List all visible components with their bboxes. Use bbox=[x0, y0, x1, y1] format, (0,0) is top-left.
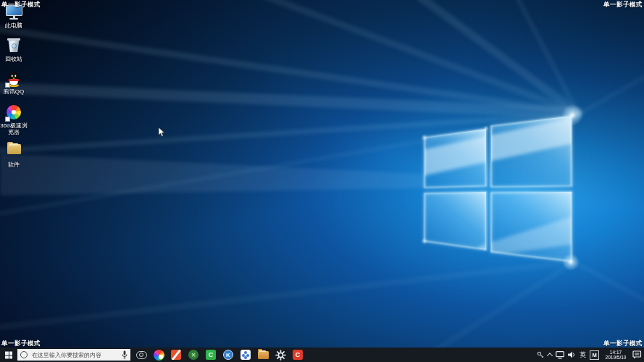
ime-label: 英 bbox=[580, 350, 586, 360]
taskbar-app-icons: ✕ C K C bbox=[135, 348, 304, 362]
settings-gear-icon bbox=[275, 350, 286, 361]
chevron-up-icon bbox=[547, 353, 553, 358]
microphone-icon[interactable] bbox=[122, 350, 127, 359]
action-center-button[interactable] bbox=[632, 348, 642, 362]
taskbar-app-green-c[interactable]: C bbox=[205, 348, 217, 362]
taskbar-app-clover[interactable] bbox=[240, 348, 251, 362]
green-c-app-icon: C bbox=[206, 350, 216, 360]
start-button[interactable] bbox=[0, 348, 17, 362]
shortcut-arrow-icon bbox=[5, 117, 10, 122]
recycle-bin-icon bbox=[5, 38, 22, 55]
ime-language-indicator[interactable]: 英 bbox=[580, 348, 586, 362]
desktop-icon-tencent-qq[interactable]: 腾讯QQ bbox=[0, 71, 30, 95]
mouse-cursor bbox=[158, 127, 165, 138]
taskbar-app-red-c[interactable]: C bbox=[292, 348, 304, 362]
desktop-icon-label: 软件 bbox=[0, 161, 30, 168]
folder-icon bbox=[5, 144, 22, 161]
speaker-icon bbox=[568, 351, 576, 358]
desktop-icon-360-browser[interactable]: 360极速浏览器 bbox=[0, 104, 30, 135]
clock[interactable]: 14:17 2019/5/10 bbox=[603, 348, 629, 362]
green-circle-app-icon: ✕ bbox=[188, 350, 198, 360]
taskbar-app-360-browser[interactable] bbox=[153, 348, 164, 362]
desktop-icon-label: 此电脑 bbox=[0, 22, 30, 29]
system-tray: 英 M 14:17 2019/5/10 bbox=[537, 348, 644, 362]
show-hidden-icons-button[interactable] bbox=[548, 348, 552, 362]
task-view-button[interactable] bbox=[135, 348, 147, 362]
search-input[interactable] bbox=[30, 351, 119, 359]
desktop-icon-label: 360极速浏览器 bbox=[0, 122, 30, 135]
shadow-mode-watermark-top-left: 单一影子模式 bbox=[1, 1, 41, 9]
taskbar-app-green-circle[interactable]: ✕ bbox=[188, 348, 199, 362]
clock-time: 14:17 bbox=[603, 350, 629, 355]
360-browser-pinwheel-icon bbox=[154, 350, 164, 361]
windows-logo-icon bbox=[5, 352, 12, 359]
360-browser-pinwheel-icon bbox=[5, 105, 22, 122]
red-c-app-icon: C bbox=[293, 350, 303, 360]
shortcut-arrow-icon bbox=[5, 83, 10, 88]
taskbar-app-file-explorer[interactable] bbox=[257, 348, 269, 362]
key-icon bbox=[537, 351, 544, 358]
qq-penguin-icon bbox=[5, 71, 22, 88]
clock-date: 2019/5/10 bbox=[603, 355, 629, 361]
taskbar-app-orange-media[interactable] bbox=[170, 348, 182, 362]
action-center-icon bbox=[632, 350, 642, 359]
taskbar-search-box[interactable] bbox=[17, 349, 130, 361]
task-view-icon bbox=[136, 351, 147, 359]
taskbar-app-blue-k[interactable]: K bbox=[222, 348, 234, 362]
taskbar-app-settings[interactable] bbox=[275, 348, 286, 362]
desktop-icon-label: 腾讯QQ bbox=[0, 88, 30, 95]
cortana-circle-icon bbox=[20, 351, 28, 358]
network-icon bbox=[556, 351, 564, 359]
ime-mode-indicator[interactable]: M bbox=[590, 348, 599, 362]
clover-app-icon bbox=[241, 350, 251, 360]
taskbar: ✕ C K C bbox=[0, 348, 644, 362]
blue-k-app-icon: K bbox=[223, 350, 233, 360]
desktop: 单一影子模式 单一影子模式 单一影子模式 单一影子模式 此电脑 回收站 bbox=[0, 0, 644, 348]
file-explorer-icon bbox=[258, 351, 269, 359]
shadow-mode-watermark-bottom-left: 单一影子模式 bbox=[1, 340, 41, 348]
wallpaper-windows-hero bbox=[0, 0, 644, 348]
volume-control[interactable] bbox=[568, 348, 576, 362]
orange-app-icon bbox=[171, 350, 181, 360]
desktop-icon-recycle-bin[interactable]: 回收站 bbox=[0, 38, 30, 62]
desktop-icon-software-folder[interactable]: 软件 bbox=[0, 140, 30, 168]
shadow-mode-watermark-bottom-right: 单一影子模式 bbox=[603, 340, 643, 348]
desktop-icon-label: 回收站 bbox=[0, 56, 30, 62]
tray-app-key[interactable] bbox=[537, 348, 544, 362]
shadow-mode-watermark-top-right: 单一影子模式 bbox=[603, 1, 643, 9]
network-status[interactable] bbox=[556, 348, 564, 362]
ime-mode-badge: M bbox=[590, 350, 599, 360]
